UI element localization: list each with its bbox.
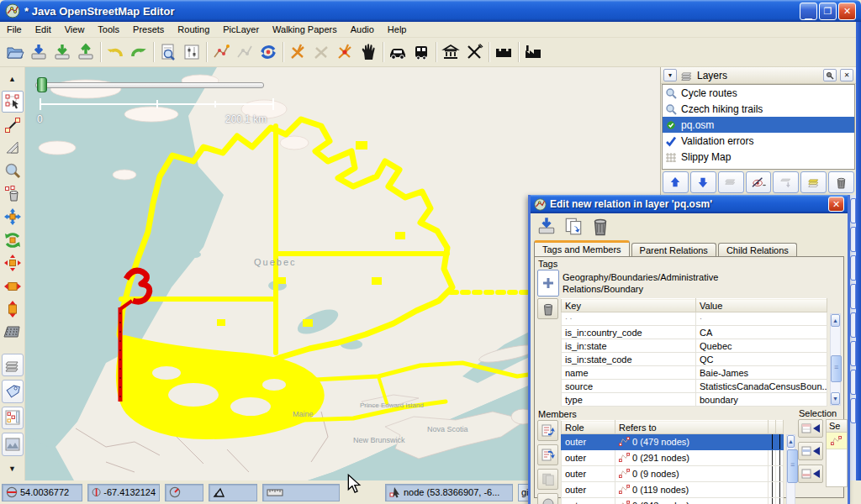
add-selection-above-button[interactable]: [798, 442, 823, 460]
docked-panel-button[interactable]: [850, 198, 856, 223]
menu-walking-papers[interactable]: Walking Papers: [266, 23, 344, 36]
search-presets-button[interactable]: [156, 40, 180, 64]
close-button[interactable]: ✕: [838, 3, 856, 20]
measure-tool-button[interactable]: [2, 137, 24, 158]
preset-bus-button[interactable]: [409, 40, 433, 64]
tab-parent-relations[interactable]: Parent Relations: [631, 243, 716, 257]
preset-path[interactable]: Geography/Boundaries/Administrative Rela…: [563, 270, 718, 297]
docked-panel-button[interactable]: [850, 341, 856, 366]
toggle-dialogs-button[interactable]: [180, 40, 203, 64]
menu-routing[interactable]: Routing: [171, 23, 216, 36]
tab-tags-and-members[interactable]: Tags and Members: [534, 240, 630, 256]
collapse-down-button[interactable]: ▼: [2, 459, 24, 480]
unglue-node-button[interactable]: [333, 40, 357, 64]
menu-tools[interactable]: Tools: [91, 23, 126, 36]
tags-scrollbar[interactable]: ▲ ▼: [830, 313, 841, 406]
split-way-button[interactable]: [286, 40, 309, 64]
docked-panel-button[interactable]: [850, 284, 856, 309]
rotate-tool-button[interactable]: [2, 229, 24, 250]
scroll-down-button[interactable]: ▼: [831, 392, 840, 405]
layer-row-cycle-routes[interactable]: Cycle routes: [663, 85, 854, 101]
delete-layer-button[interactable]: [828, 171, 854, 193]
tags-panel-toggle[interactable]: [2, 380, 24, 402]
docked-panel-button[interactable]: [850, 312, 856, 338]
scroll-track[interactable]: [787, 448, 795, 504]
selection-table[interactable]: Se: [826, 419, 848, 487]
window-titlebar[interactable]: * Java OpenStreetMap Editor ▁ ❐ ✕: [0, 0, 861, 22]
combine-ways-disabled-button[interactable]: [309, 40, 333, 64]
preset-restaurant-button[interactable]: [462, 40, 486, 64]
merge-layers-button[interactable]: [718, 171, 744, 193]
menu-piclayer[interactable]: PicLayer: [216, 23, 266, 36]
menu-file[interactable]: File: [0, 23, 29, 36]
draw-node-tool-button[interactable]: [2, 114, 24, 135]
panel-menu-button[interactable]: ▾: [663, 69, 677, 81]
toggle-visibility-button[interactable]: [746, 171, 772, 193]
members-scrollbar[interactable]: ▲: [786, 434, 795, 504]
member-row[interactable]: outer 0 (291 nodes): [562, 450, 784, 466]
open-button[interactable]: [3, 40, 27, 64]
zoom-tool-button[interactable]: [2, 160, 24, 181]
redo-button[interactable]: [127, 40, 151, 64]
imagery-panel-toggle[interactable]: [2, 433, 24, 455]
preset-car-button[interactable]: [386, 40, 409, 64]
selection-cell[interactable]: [827, 433, 847, 449]
members-header-role[interactable]: Role: [562, 421, 615, 434]
update-data-button[interactable]: [256, 40, 280, 64]
table-row[interactable]: nameBaie-James: [562, 366, 827, 380]
download-button[interactable]: [50, 40, 74, 64]
layer-row-czech-hiking[interactable]: Czech hiking trails: [663, 101, 854, 117]
tags-header-key[interactable]: Key: [562, 299, 696, 312]
docked-panel-button[interactable]: [850, 370, 856, 395]
member-move-up-button[interactable]: [537, 420, 558, 441]
member-row[interactable]: outer 0 (9 nodes): [562, 466, 784, 482]
zoom-slider-track[interactable]: [35, 82, 264, 88]
preset-castle-button[interactable]: [492, 40, 515, 64]
member-row[interactable]: outer 0 (243 nodes): [562, 498, 784, 504]
undo-button[interactable]: [103, 40, 127, 64]
zoom-slider[interactable]: [35, 77, 264, 92]
scale-tool-button[interactable]: [2, 252, 24, 273]
pan-button[interactable]: [357, 40, 380, 64]
docked-panel-button[interactable]: [850, 227, 856, 252]
menu-view[interactable]: View: [58, 23, 92, 36]
scroll-up-button[interactable]: ▲: [787, 435, 795, 448]
member-move-down-button[interactable]: [537, 444, 558, 465]
add-tag-button[interactable]: [537, 270, 559, 297]
menu-audio[interactable]: Audio: [344, 23, 381, 36]
tags-header-value[interactable]: Value: [696, 299, 827, 312]
docked-panel-button[interactable]: [850, 398, 856, 423]
collapse-up-button[interactable]: ▲: [2, 68, 24, 89]
member-copy-button[interactable]: [537, 469, 558, 490]
merge-ways-button[interactable]: [209, 40, 233, 64]
table-row[interactable]: is_in:country_codeCA: [562, 326, 827, 339]
save-button[interactable]: [27, 40, 50, 64]
merge-ways-disabled-button[interactable]: [233, 40, 256, 64]
delete-tool-button[interactable]: [2, 183, 24, 204]
minimize-button[interactable]: ▁: [800, 3, 817, 20]
scroll-thumb[interactable]: [787, 449, 798, 483]
maximize-button[interactable]: ❐: [819, 3, 837, 20]
mirror-vertical-tool-button[interactable]: [2, 298, 24, 319]
layer-row-validation[interactable]: Validation errors: [663, 133, 854, 149]
dialog-close-button[interactable]: ✕: [828, 197, 844, 212]
select-tool-button[interactable]: [2, 91, 24, 112]
layer-row-pq-osm[interactable]: pq.osm: [663, 117, 854, 133]
tab-child-relations[interactable]: Child Relations: [718, 243, 797, 257]
table-row[interactable]: is_in:state_codeQC: [562, 353, 827, 366]
apply-button[interactable]: [536, 215, 557, 237]
copy-button[interactable]: [563, 215, 584, 237]
table-row[interactable]: typeboundary: [562, 393, 827, 407]
menu-presets[interactable]: Presets: [126, 23, 171, 36]
upload-button[interactable]: [74, 40, 98, 64]
add-selection-below-button[interactable]: [798, 465, 823, 483]
menu-help[interactable]: Help: [381, 23, 414, 36]
table-row[interactable]: sourceStatisticsCanadaCensusBoun...: [562, 380, 827, 393]
zoom-slider-knob[interactable]: [37, 77, 47, 92]
layers-panel-toggle[interactable]: [2, 354, 24, 376]
duplicate-layer-button[interactable]: [800, 171, 827, 193]
mirror-horizontal-tool-button[interactable]: [2, 276, 24, 297]
panel-close-button[interactable]: ✕: [840, 69, 853, 81]
table-row[interactable]: is_in:stateQuebec: [562, 339, 827, 353]
merge-down-button[interactable]: [773, 171, 799, 193]
